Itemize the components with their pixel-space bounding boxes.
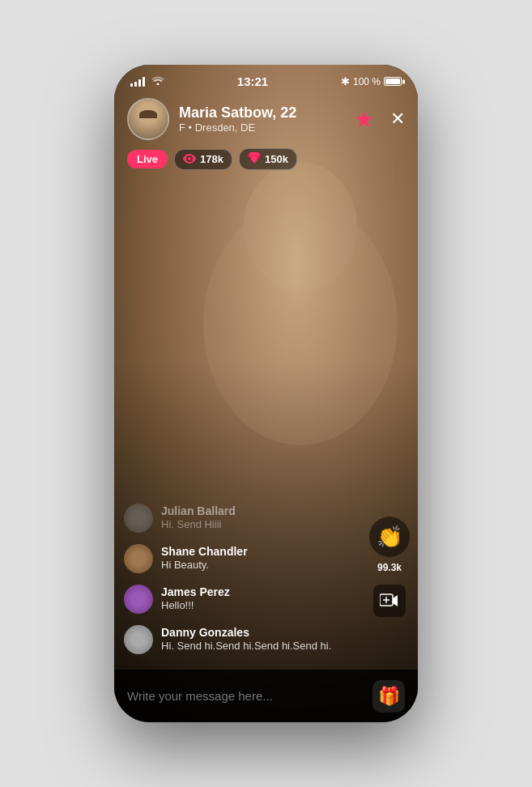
gems-badge: 150k (239, 148, 297, 170)
time-display: 13:21 (237, 74, 268, 88)
video-add-icon (380, 593, 399, 609)
signal-bar-2 (134, 82, 137, 87)
chat-avatar-shane (124, 544, 153, 573)
chat-body-danny: Danny Gonzales Hi. Send hi.Send hi.Send … (161, 625, 331, 653)
chat-text-julian: Hi. Send Hiiii (161, 518, 236, 532)
chat-username-danny: Danny Gonzales (161, 625, 331, 640)
chat-username-julian: Julian Ballard (161, 504, 236, 518)
close-button[interactable]: ✕ (390, 108, 405, 130)
user-info: Maria Satbow, 22 F • Dresden, DE (179, 104, 344, 134)
live-badges: Live 178k 150k (114, 148, 418, 180)
chat-avatar-james (124, 585, 153, 614)
chat-message-3: James Perez Hello!!! (124, 585, 360, 614)
signal-bar-4 (143, 77, 145, 87)
views-count: 178k (200, 153, 223, 165)
chat-message-4: Danny Gonzales Hi. Send hi.Send hi.Send … (124, 625, 360, 654)
chat-text-james: Hello!!! (161, 599, 230, 613)
svg-point-1 (244, 162, 357, 291)
chat-body-shane: Shane Chandler Hi Beauty. (161, 544, 248, 572)
bluetooth-icon: ✱ (341, 75, 350, 87)
signal-bar-1 (130, 83, 133, 87)
chat-avatar-danny (124, 625, 153, 654)
right-actions: 👏 99.3k (369, 517, 410, 617)
chat-area: Julian Ballard Hi. Send Hiiii Shane Chan… (114, 504, 369, 666)
gems-count: 150k (265, 153, 288, 165)
clap-icon: 👏 (377, 525, 402, 550)
battery-fill (385, 79, 400, 84)
chat-username-james: James Perez (161, 585, 230, 599)
chat-body-julian: Julian Ballard Hi. Send Hiiii (161, 504, 236, 532)
video-add-button[interactable] (373, 585, 406, 617)
stream-header: Maria Satbow, 22 F • Dresden, DE ★ ✕ (114, 93, 418, 148)
message-input[interactable] (127, 689, 363, 703)
clap-button[interactable]: 👏 (369, 517, 410, 557)
signal-area (130, 75, 164, 87)
live-badge: Live (127, 150, 168, 168)
chat-message-1: Julian Ballard Hi. Send Hiiii (124, 504, 360, 533)
chat-username-shane: Shane Chandler (161, 544, 248, 559)
eye-icon (183, 153, 196, 166)
signal-bar-3 (138, 79, 141, 87)
chat-avatar-julian (124, 504, 153, 533)
streamer-avatar (127, 98, 169, 140)
chat-text-shane: Hi Beauty. (161, 559, 248, 572)
favorite-button[interactable]: ★ (354, 106, 374, 133)
streamer-name: Maria Satbow, 22 (179, 104, 344, 121)
phone-frame: 13:21 ✱ 100 % Maria Satbow, 22 F • Dresd… (114, 65, 418, 722)
gift-icon: 🎁 (378, 686, 400, 707)
chat-message-2: Shane Chandler Hi Beauty. (124, 544, 360, 573)
streamer-meta: F • Dresden, DE (179, 121, 344, 134)
gem-icon (248, 152, 261, 166)
battery-percent: 100 % (353, 76, 381, 87)
clap-count: 99.3k (377, 562, 402, 573)
battery-icon (384, 77, 402, 86)
avatar-face (129, 100, 168, 138)
views-badge: 178k (174, 149, 232, 170)
gift-button[interactable]: 🎁 (372, 680, 405, 713)
signal-bars (130, 77, 145, 87)
wifi-icon (151, 75, 164, 87)
bottom-bar: 🎁 (114, 670, 418, 722)
status-bar: 13:21 ✱ 100 % (114, 65, 418, 93)
chat-body-james: James Perez Hello!!! (161, 585, 230, 613)
battery-area: ✱ 100 % (341, 75, 402, 87)
chat-text-danny: Hi. Send hi.Send hi.Send hi.Send hi. (161, 640, 331, 653)
